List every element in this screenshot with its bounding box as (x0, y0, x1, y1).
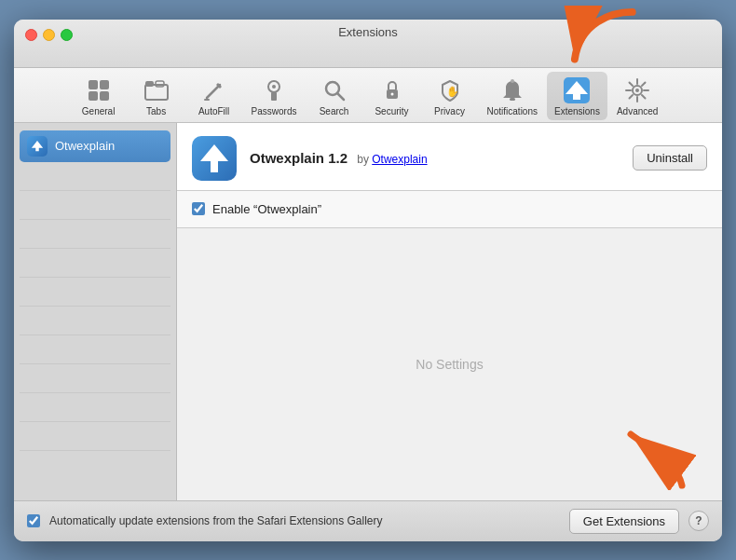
sidebar-empty-row (20, 365, 170, 393)
toolbar-item-passwords[interactable]: Passwords (244, 72, 305, 120)
toolbar-item-general[interactable]: General (71, 72, 127, 120)
extension-icon (192, 136, 237, 181)
no-settings-text: No Settings (416, 357, 483, 372)
no-settings-area: No Settings (177, 228, 722, 500)
general-label: General (82, 106, 116, 116)
uninstall-button[interactable]: Uninstall (633, 145, 707, 171)
main-panel: Otwexplain 1.2 by Otwexplain Uninstall E… (177, 123, 722, 500)
sidebar-item-label: Otwexplain (55, 139, 115, 153)
svg-point-18 (390, 92, 393, 95)
auto-update-checkbox[interactable] (27, 514, 40, 527)
traffic-lights (25, 29, 73, 41)
safari-preferences-window: Extensions General (14, 20, 722, 541)
get-extensions-button[interactable]: Get Extensions (569, 509, 679, 534)
sidebar-empty-row (20, 307, 170, 335)
toolbar-item-security[interactable]: Security (364, 72, 420, 120)
toolbar-item-extensions[interactable]: Extensions (547, 72, 607, 120)
svg-line-31 (642, 82, 646, 86)
extension-header: Otwexplain 1.2 by Otwexplain Uninstall (177, 123, 722, 191)
autofill-icon (199, 75, 229, 105)
sidebar-empty-row (20, 250, 170, 278)
auto-update-label: Automatically update extensions from the… (49, 514, 560, 527)
extensions-icon (562, 75, 592, 105)
svg-line-30 (642, 95, 646, 99)
privacy-label: Privacy (434, 106, 465, 116)
sidebar-empty-row (20, 163, 170, 191)
privacy-icon: ✋ (435, 75, 465, 105)
fullscreen-button[interactable] (61, 29, 73, 41)
toolbar-item-search[interactable]: Search (307, 72, 362, 120)
svg-rect-5 (100, 91, 109, 101)
tabs-label: Tabs (146, 106, 166, 116)
svg-point-24 (635, 89, 639, 92)
enable-row: Enable “Otwexplain” (177, 191, 722, 228)
window-title: Extensions (338, 25, 398, 39)
toolbar-item-advanced[interactable]: Advanced (609, 72, 665, 120)
close-button[interactable] (25, 29, 37, 41)
svg-text:✋: ✋ (446, 85, 459, 98)
extension-name: Otwexplain 1.2 by Otwexplain (250, 150, 620, 166)
svg-line-29 (630, 82, 634, 86)
search-label: Search (320, 106, 349, 116)
svg-line-16 (337, 93, 344, 100)
enable-label: Enable “Otwexplain” (212, 202, 321, 216)
svg-point-21 (511, 79, 514, 83)
extension-author-link[interactable]: Otwexplain (372, 153, 427, 166)
svg-rect-7 (145, 81, 154, 87)
security-icon (377, 75, 407, 105)
svg-rect-3 (100, 80, 109, 89)
enable-checkbox[interactable] (192, 202, 205, 215)
toolbar-item-privacy[interactable]: ✋ Privacy (422, 72, 478, 120)
search-icon (320, 75, 349, 105)
minimize-button[interactable] (43, 29, 55, 41)
toolbar-item-autofill[interactable]: AutoFill (186, 72, 242, 120)
security-label: Security (375, 106, 408, 116)
extensions-label: Extensions (554, 106, 600, 116)
sidebar-empty-row (20, 394, 170, 422)
autofill-label: AutoFill (198, 106, 229, 116)
svg-rect-2 (89, 80, 98, 89)
passwords-label: Passwords (252, 106, 297, 116)
sidebar-empty-row (20, 279, 170, 307)
notifications-icon (497, 75, 527, 105)
bottom-bar: Automatically update extensions from the… (14, 500, 722, 541)
advanced-icon (622, 75, 652, 105)
content-area: Otwexplain (14, 123, 722, 500)
tabs-icon (142, 75, 171, 105)
sidebar-empty-row (20, 192, 170, 220)
svg-line-9 (207, 85, 220, 98)
svg-line-32 (630, 95, 634, 99)
svg-point-14 (272, 85, 276, 89)
help-button[interactable]: ? (688, 511, 709, 531)
toolbar-item-notifications[interactable]: Notifications (480, 72, 545, 120)
toolbar: General Tabs (14, 68, 722, 123)
otwexplain-icon (27, 136, 48, 157)
toolbar-item-tabs[interactable]: Tabs (129, 72, 184, 120)
sidebar: Otwexplain (14, 123, 177, 500)
advanced-label: Advanced (617, 106, 658, 116)
sidebar-empty-row (20, 221, 170, 249)
svg-rect-20 (510, 98, 515, 101)
extension-info: Otwexplain 1.2 by Otwexplain (250, 150, 620, 166)
extension-author: by Otwexplain (357, 153, 427, 166)
svg-rect-4 (89, 91, 98, 101)
notifications-label: Notifications (487, 106, 538, 116)
svg-rect-13 (271, 92, 277, 101)
general-icon (84, 75, 114, 105)
sidebar-empty-row (20, 336, 170, 364)
passwords-icon (259, 75, 289, 105)
sidebar-empty-row (20, 423, 170, 451)
titlebar: Extensions (14, 20, 722, 68)
sidebar-item-otwexplain[interactable]: Otwexplain (20, 130, 170, 162)
